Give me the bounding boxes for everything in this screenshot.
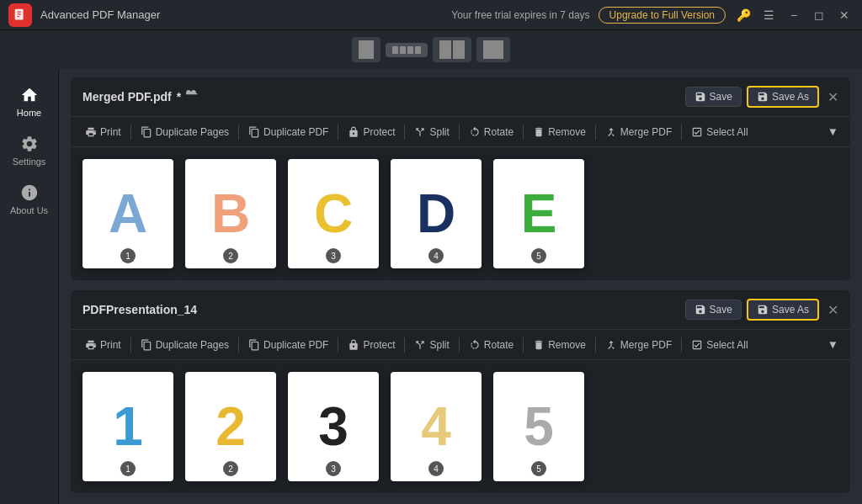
sidebar-item-settings[interactable]: Settings (0, 126, 58, 175)
page-thumb-2-5[interactable]: 5 5 (493, 372, 584, 481)
split-button-1[interactable]: Split (408, 123, 455, 141)
sidebar-home-label: Home (17, 108, 41, 118)
sidebar: Home Settings About Us (0, 69, 59, 504)
upgrade-button[interactable]: Upgrade to Full Version (599, 7, 726, 24)
menu-icon[interactable]: ☰ (759, 6, 778, 24)
rotate-button-2[interactable]: Rotate (463, 336, 519, 354)
remove-button-2[interactable]: Remove (527, 336, 592, 354)
sep1 (130, 125, 131, 140)
maximize-button[interactable]: ◻ (810, 6, 828, 24)
remove-button-1[interactable]: Remove (527, 123, 592, 141)
page-num-p2: 2 (223, 461, 238, 476)
split-button-2[interactable]: Split (408, 336, 455, 354)
sep8 (681, 125, 682, 140)
svg-rect-2 (17, 13, 21, 14)
page-thumb-1-1[interactable]: A 1 (82, 159, 173, 268)
pdf-header-presentation: PDFPresentation_14 Save Save As ✕ (71, 290, 850, 330)
protect-button-1[interactable]: Protect (342, 123, 401, 141)
view-grid4-button[interactable] (386, 43, 428, 57)
view-grid1-button[interactable] (476, 37, 510, 62)
save-button-merged[interactable]: Save (685, 87, 742, 107)
pdf-title-presentation: PDFPresentation_14 (82, 303, 685, 316)
close-button[interactable]: ✕ (835, 6, 854, 24)
page-letter-C: C (314, 183, 353, 245)
sep2 (238, 125, 239, 140)
app-title: Advanced PDF Manager (40, 8, 451, 21)
sep5 (459, 125, 460, 140)
print-button-1[interactable]: Print (79, 123, 127, 141)
minimize-button[interactable]: − (785, 6, 803, 24)
page-num-p4: 4 (428, 461, 444, 476)
page-digit-5: 5 (524, 395, 554, 458)
page-num-1: 1 (120, 248, 136, 263)
sep2-4 (404, 337, 405, 353)
select-all-button-1[interactable]: Select All (685, 123, 753, 141)
sep7 (595, 125, 596, 140)
sep2-5 (459, 337, 460, 353)
page-thumb-2-4[interactable]: 4 4 (391, 372, 482, 481)
save-button-presentation[interactable]: Save (685, 300, 742, 320)
duplicate-pages-button-2[interactable]: Duplicate Pages (135, 336, 235, 354)
close-section-presentation[interactable]: ✕ (827, 302, 838, 318)
sep2-6 (523, 337, 524, 353)
close-section-merged[interactable]: ✕ (827, 89, 838, 105)
page-num-p1: 1 (120, 461, 136, 476)
sep6 (523, 125, 524, 140)
sep2-7 (595, 337, 596, 353)
app-logo (8, 3, 32, 27)
sidebar-item-about[interactable]: About Us (0, 175, 58, 224)
page-num-3: 3 (326, 248, 341, 263)
sep2-1 (130, 337, 131, 353)
sep2-2 (238, 337, 239, 353)
duplicate-pages-button-1[interactable]: Duplicate Pages (135, 123, 235, 141)
pdf-section-merged: Merged PDF.pdf* Save Save As ✕ (71, 77, 850, 280)
page-letter-E: E (521, 183, 557, 245)
toolbar-presentation: Print Duplicate Pages Duplicate PDF Prot… (71, 330, 850, 360)
window-controls: 🔑 ☰ − ◻ ✕ (734, 6, 854, 24)
titlebar: Advanced PDF Manager Your free trial exp… (0, 0, 862, 30)
view-grid2-button[interactable] (433, 37, 471, 62)
select-all-button-2[interactable]: Select All (685, 336, 753, 354)
key-icon[interactable]: 🔑 (734, 6, 753, 24)
save-as-button-merged[interactable]: Save As (747, 86, 819, 108)
sidebar-settings-label: Settings (13, 157, 46, 167)
duplicate-pdf-button-2[interactable]: Duplicate PDF (242, 336, 334, 354)
page-thumb-1-5[interactable]: E 5 (493, 159, 584, 268)
page-digit-4: 4 (421, 395, 451, 458)
protect-button-2[interactable]: Protect (342, 336, 401, 354)
sep3 (338, 125, 338, 140)
save-as-button-presentation[interactable]: Save As (747, 299, 819, 321)
more-options-button-1[interactable]: ▼ (824, 122, 842, 141)
view-single-button[interactable] (352, 37, 380, 62)
content-area: Merged PDF.pdf* Save Save As ✕ (59, 69, 862, 504)
page-thumb-2-3[interactable]: 3 3 (288, 372, 379, 481)
duplicate-pdf-button-1[interactable]: Duplicate PDF (242, 123, 334, 141)
pages-grid-merged: A 1 B 2 C 3 D 4 E 5 (71, 147, 850, 280)
page-letter-A: A (109, 183, 147, 245)
merge-pdf-button-2[interactable]: Merge PDF (599, 336, 678, 354)
rotate-button-1[interactable]: Rotate (463, 123, 519, 141)
page-letter-D: D (417, 183, 455, 245)
page-num-p5: 5 (531, 461, 546, 476)
merge-pdf-button-1[interactable]: Merge PDF (599, 123, 678, 141)
print-button-2[interactable]: Print (79, 336, 127, 354)
svg-rect-3 (17, 15, 19, 16)
sep2-3 (338, 337, 338, 353)
page-thumb-1-4[interactable]: D 4 (391, 159, 482, 268)
more-options-button-2[interactable]: ▼ (824, 335, 842, 354)
page-num-4: 4 (428, 248, 444, 263)
page-thumb-2-2[interactable]: 2 2 (185, 372, 276, 481)
pdf-header-merged: Merged PDF.pdf* Save Save As ✕ (71, 77, 850, 117)
pages-grid-presentation: 1 1 2 2 3 3 4 4 5 5 (71, 360, 850, 493)
page-thumb-2-1[interactable]: 1 1 (82, 372, 173, 481)
pdf-title-merged: Merged PDF.pdf* (82, 90, 685, 103)
page-thumb-1-2[interactable]: B 2 (185, 159, 276, 268)
sidebar-item-home[interactable]: Home (0, 77, 58, 126)
pdf-actions-presentation: Save Save As ✕ (685, 299, 838, 321)
sep4 (404, 125, 405, 140)
pdf-actions-merged: Save Save As ✕ (685, 86, 838, 108)
page-thumb-1-3[interactable]: C 3 (288, 159, 379, 268)
sidebar-about-label: About Us (10, 205, 48, 215)
page-num-5: 5 (531, 248, 546, 263)
main-layout: Home Settings About Us Merged PDF.pdf* (0, 69, 862, 504)
